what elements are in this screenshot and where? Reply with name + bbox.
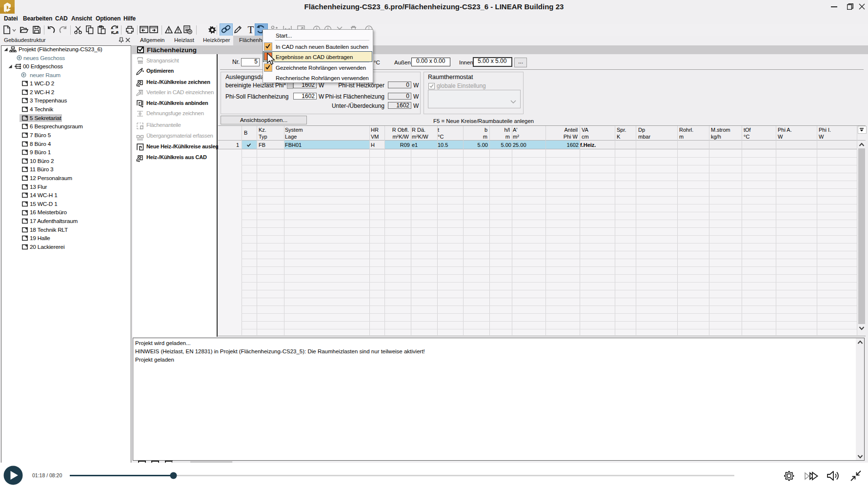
svg-text:B: B — [116, 31, 119, 34]
svg-text:A: A — [111, 26, 113, 30]
